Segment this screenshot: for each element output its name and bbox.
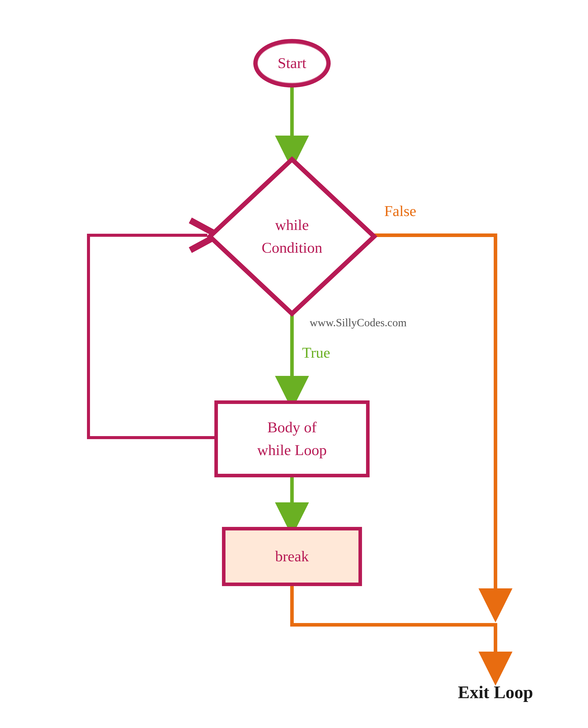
edge-loop-back bbox=[88, 235, 217, 438]
edge-break-exit bbox=[292, 584, 496, 673]
node-start: Start bbox=[255, 41, 329, 85]
svg-marker-2 bbox=[210, 159, 374, 314]
node-start-label: Start bbox=[277, 55, 307, 71]
node-break: break bbox=[224, 529, 360, 584]
node-body-line2: while Loop bbox=[257, 442, 327, 458]
edge-false bbox=[373, 235, 496, 610]
node-condition-line1: while bbox=[275, 217, 309, 233]
label-false: False bbox=[384, 203, 416, 219]
node-body: Body of while Loop bbox=[216, 402, 368, 476]
label-true: True bbox=[302, 344, 330, 361]
watermark: www.SillyCodes.com bbox=[310, 317, 406, 329]
node-break-label: break bbox=[275, 548, 309, 565]
exit-loop-label: Exit Loop bbox=[458, 683, 533, 702]
node-condition: while Condition bbox=[210, 159, 374, 314]
node-condition-line2: Condition bbox=[261, 239, 322, 256]
node-body-line1: Body of bbox=[268, 419, 317, 436]
svg-rect-3 bbox=[216, 402, 368, 476]
